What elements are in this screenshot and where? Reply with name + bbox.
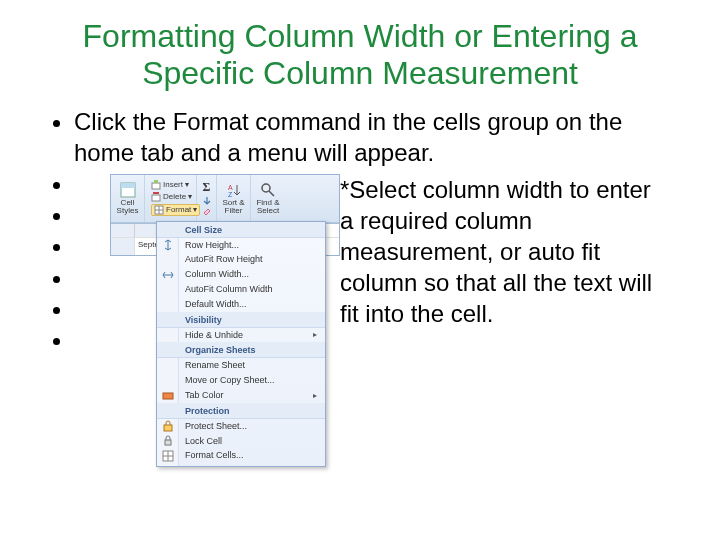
slide: Formatting Column Width or Entering a Sp… — [0, 0, 720, 540]
protect-sheet-icon — [162, 420, 174, 432]
autosum-group[interactable]: Σ — [197, 175, 217, 222]
menu-protect-sheet[interactable]: Protect Sheet... — [157, 419, 325, 434]
menu-tab-color[interactable]: Tab Color▸ — [157, 388, 325, 403]
sort-filter-button[interactable]: AZ Sort & Filter — [217, 175, 251, 222]
delete-button[interactable]: Delete ▾ — [151, 192, 200, 202]
section-cell-size: Cell Size — [157, 222, 325, 238]
format-button[interactable]: Format ▾ — [151, 204, 200, 216]
cell-styles-icon — [120, 182, 136, 198]
svg-rect-11 — [163, 393, 173, 399]
insert-button[interactable]: Insert ▾ — [151, 180, 200, 190]
svg-rect-1 — [121, 183, 135, 188]
find-select-label: Find & Select — [255, 199, 281, 215]
svg-rect-2 — [152, 183, 160, 189]
menu-default-width[interactable]: Default Width... — [157, 297, 325, 312]
svg-rect-3 — [154, 180, 158, 183]
find-icon — [260, 182, 276, 198]
format-dropdown: Cell Size Row Height... AutoFit Row Heig… — [156, 221, 326, 468]
delete-icon — [151, 192, 161, 202]
menu-move-copy-sheet[interactable]: Move or Copy Sheet... — [157, 373, 325, 388]
body-area: Click the Format command in the cells gr… — [50, 106, 670, 356]
tab-color-icon — [162, 389, 174, 401]
find-select-button[interactable]: Find & Select — [251, 175, 285, 222]
menu-autofit-row-height[interactable]: AutoFit Row Height — [157, 252, 325, 267]
column-width-icon — [162, 269, 174, 281]
svg-rect-13 — [165, 440, 171, 445]
row-height-icon — [162, 239, 174, 251]
svg-rect-12 — [164, 425, 172, 431]
format-cells-icon — [162, 450, 174, 462]
lock-icon — [162, 435, 174, 447]
instruction-text: *Select column width to enter a required… — [340, 174, 660, 330]
format-icon — [154, 205, 164, 215]
svg-line-10 — [269, 191, 274, 196]
clear-icon — [202, 207, 212, 217]
chevron-right-icon: ▸ — [313, 330, 317, 340]
fill-icon — [202, 196, 212, 206]
bullet-1: Click the Format command in the cells gr… — [74, 106, 670, 168]
menu-column-width[interactable]: Column Width... — [157, 267, 325, 282]
svg-text:A: A — [228, 184, 233, 191]
menu-rename-sheet[interactable]: Rename Sheet — [157, 358, 325, 373]
sort-filter-label: Sort & Filter — [221, 199, 246, 215]
svg-rect-4 — [152, 195, 160, 201]
chevron-right-icon-2: ▸ — [313, 391, 317, 401]
excel-screenshot: Cell Styles Insert ▾ Delete ▾ Format ▾ Σ… — [110, 174, 340, 256]
cell-styles-button[interactable]: Cell Styles — [111, 175, 145, 222]
menu-hide-unhide[interactable]: Hide & Unhide▸ — [157, 328, 325, 343]
row-number[interactable] — [111, 238, 135, 255]
menu-autofit-column-width[interactable]: AutoFit Column Width — [157, 282, 325, 297]
svg-point-9 — [262, 184, 270, 192]
svg-text:Z: Z — [228, 191, 233, 198]
insert-icon — [151, 180, 161, 190]
sigma-icon: Σ — [203, 180, 211, 195]
sort-icon: AZ — [226, 182, 242, 198]
cells-group: Insert ▾ Delete ▾ Format ▾ — [145, 175, 197, 222]
row-header-blank — [111, 224, 135, 237]
section-organize-sheets: Organize Sheets — [157, 342, 325, 358]
menu-row-height[interactable]: Row Height... — [157, 238, 325, 253]
menu-format-cells[interactable]: Format Cells... — [157, 448, 325, 463]
section-protection: Protection — [157, 403, 325, 419]
section-visibility: Visibility — [157, 312, 325, 328]
ribbon-row: Cell Styles Insert ▾ Delete ▾ Format ▾ Σ… — [111, 175, 339, 223]
page-title: Formatting Column Width or Entering a Sp… — [50, 18, 670, 92]
menu-lock-cell[interactable]: Lock Cell — [157, 434, 325, 449]
cell-styles-label: Cell Styles — [115, 199, 140, 215]
